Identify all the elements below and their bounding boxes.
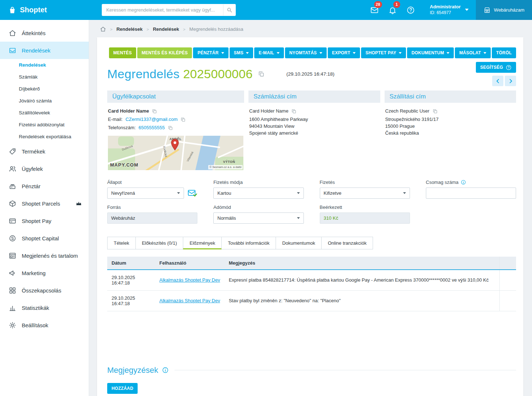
sidebar-subitem-invoices[interactable]: Számlák (0, 71, 89, 83)
sidebar-subitem-tax-receipt[interactable]: Fizetési adóbizonylat (0, 119, 89, 131)
package-number-label: Csomag száma (426, 180, 516, 185)
source-field: Forrás Webáruház (107, 205, 197, 224)
customer-email-link[interactable]: CZermi1337@gmail.com (125, 116, 177, 123)
tax-mode-select[interactable]: Normális (213, 212, 303, 224)
document-dropdown-button[interactable]: DOKUMENTUM (407, 47, 454, 58)
tab-documents[interactable]: Dokumentumok (276, 237, 322, 249)
tab-history[interactable]: Előzmények (183, 237, 222, 249)
caret-down-icon (319, 52, 322, 54)
sidebar-item-overview[interactable]: Áttekintés (0, 24, 89, 42)
help-button[interactable]: SEGÍTSÉG (476, 62, 516, 73)
sidebar-item-marketing[interactable]: Marketing (0, 264, 89, 282)
info-icon[interactable] (461, 180, 466, 185)
tab-items[interactable]: Tételek (107, 237, 136, 249)
billing-line: 94043 Mountain View (249, 123, 380, 130)
sidebar-item-integrations[interactable]: Összekapcsolás (0, 282, 89, 299)
source-label: Forrás (107, 205, 197, 210)
tab-preparation[interactable]: Előkészítés (0/1) (135, 237, 184, 249)
copy-shipping-icon[interactable] (432, 109, 438, 114)
customer-name: Card Holder Name (108, 108, 149, 115)
table-row: 29.10.2025 16:47:18 Alkalmazás Shoptet P… (107, 290, 516, 311)
save-and-exit-button[interactable]: MENTÉS ÉS KILÉPÉS (137, 47, 192, 58)
brand-logo[interactable]: Shoptet (8, 6, 47, 14)
received-value: 310 Kč (320, 212, 410, 224)
email-dropdown-button[interactable]: E-MAIL (254, 47, 284, 58)
billing-line: Spojené státy americké (249, 130, 380, 137)
payment-method-label: Fizetés módja (213, 180, 303, 185)
delete-button[interactable]: TÖRÖL (492, 47, 516, 58)
sidebar-item-shoptet-pay[interactable]: Shoptet Pay (0, 212, 89, 229)
payment-method-select[interactable]: Kartou (213, 188, 303, 199)
history-user-link[interactable]: Alkalmazás Shoptet Pay Dev (159, 277, 220, 283)
sidebar-item-label: Beállítások (22, 322, 48, 328)
customer-phone-link[interactable]: 6505555555 (139, 125, 165, 131)
payment-select[interactable]: Kifizetve (320, 188, 410, 199)
search-input[interactable] (102, 4, 236, 16)
sidebar-subitem-delivery-notes[interactable]: Szállítólevelek (0, 107, 89, 119)
breadcrumb-home-icon[interactable] (100, 26, 106, 32)
customer-section: Ügyfélkapcsolat Card Holder Name E-mail:… (107, 90, 244, 170)
select-caret-icon (297, 217, 300, 219)
breadcrumb-orders[interactable]: Rendelések (116, 26, 142, 32)
sidebar-item-shoptet-parcels[interactable]: Shoptet Parcels (0, 195, 89, 212)
history-note: Stav platby byl změněn z: "Neuvedeno" na… (225, 290, 499, 311)
billing-line: 1600 Amphitheatre Parkway (249, 116, 380, 123)
previous-order-button[interactable] (492, 76, 503, 86)
info-icon[interactable] (162, 367, 169, 374)
save-button[interactable]: MENTÉS (109, 47, 136, 58)
email-notify-icon[interactable] (188, 188, 197, 198)
breadcrumb-orders-2[interactable]: Rendelések (153, 26, 179, 32)
copy-order-number-icon[interactable] (258, 71, 265, 77)
copy-name-icon[interactable] (152, 109, 157, 114)
notes-title: Megjegyzések (107, 366, 158, 375)
sidebar-subitem-credit-note[interactable]: Jóváíró számla (0, 95, 89, 107)
tab-online-transactions[interactable]: Online tranzakciók (321, 237, 373, 249)
sidebar-item-label: Shoptet Capital (22, 235, 59, 241)
sidebar-item-statistics[interactable]: Statisztikák (0, 299, 89, 316)
sidebar-item-appearance-content[interactable]: Megjelenés és tartalom (0, 247, 89, 264)
grid-icon (9, 287, 16, 294)
copy-billing-icon[interactable] (291, 109, 297, 114)
copy-dropdown-button[interactable]: MÁSOLAT (455, 47, 491, 58)
add-note-button[interactable]: HOZZÁAD (107, 383, 138, 394)
sidebar-subitem-orders[interactable]: Rendelések (0, 59, 89, 71)
cash-register-dropdown-button[interactable]: PÉNZTÁR (193, 47, 228, 58)
print-dropdown-button[interactable]: NYOMTATÁS (285, 47, 327, 58)
export-dropdown-button[interactable]: EXPORT (328, 47, 360, 58)
sidebar-item-shoptet-capital[interactable]: Shoptet Capital (0, 229, 89, 247)
package-number-input[interactable] (426, 188, 516, 199)
sidebar-item-label: Shoptet Pay (22, 218, 51, 224)
next-order-button[interactable] (505, 76, 516, 86)
orders-icon (9, 47, 16, 54)
search-icon[interactable] (223, 4, 235, 16)
sidebar-item-cash-register[interactable]: Pénztár (0, 177, 89, 195)
home-icon (9, 29, 16, 37)
sidebar-item-label: Statisztikák (22, 305, 49, 311)
topbar: Shoptet 28 1 Administrator ID: 654977 (0, 0, 532, 20)
status-select[interactable]: Nevyřízená (107, 188, 184, 199)
breadcrumb-current: Megrendelés hozzáadása (189, 26, 243, 32)
sidebar-item-customers[interactable]: Ügyfelek (0, 160, 89, 177)
shoptet-pay-dropdown-button[interactable]: SHOPTET PAY (361, 47, 406, 58)
help-topbar-button[interactable] (402, 6, 420, 14)
caret-down-icon (246, 52, 249, 54)
address-sections: Ügyfélkapcsolat Card Holder Name E-mail:… (107, 90, 516, 170)
history-date: 29.10.2025 16:47:18 (107, 290, 155, 311)
sms-dropdown-button[interactable]: SMS (230, 47, 254, 58)
history-user-link[interactable]: Alkalmazás Shoptet Pay Dev (159, 298, 220, 303)
copy-phone-icon[interactable] (168, 125, 173, 131)
notifications-button[interactable]: 1 (384, 6, 402, 14)
my-eshop-button[interactable]: Webáruházam (476, 0, 532, 20)
messages-button[interactable]: 28 (365, 6, 384, 14)
sidebar-item-products[interactable]: Termékek (0, 143, 89, 160)
sidebar-item-settings[interactable]: Beállítások (0, 316, 89, 334)
copy-email-icon[interactable] (180, 117, 186, 122)
sidebar-subitem-proforma[interactable]: Díjbekérő (0, 83, 89, 95)
tab-more-info[interactable]: További információk (221, 237, 276, 249)
sidebar-item-orders[interactable]: Rendelések (0, 42, 89, 59)
billing-name: Card Holder Name (249, 108, 288, 115)
user-menu[interactable]: Administrator ID: 654977 (430, 4, 469, 16)
customer-map[interactable]: ANDĚL VÝTOŇ Radlická Vltavská Duškova MA… (108, 136, 243, 170)
map-pin-icon (170, 139, 180, 151)
sidebar-subitem-orders-export[interactable]: Rendelések exportálása (0, 131, 89, 143)
